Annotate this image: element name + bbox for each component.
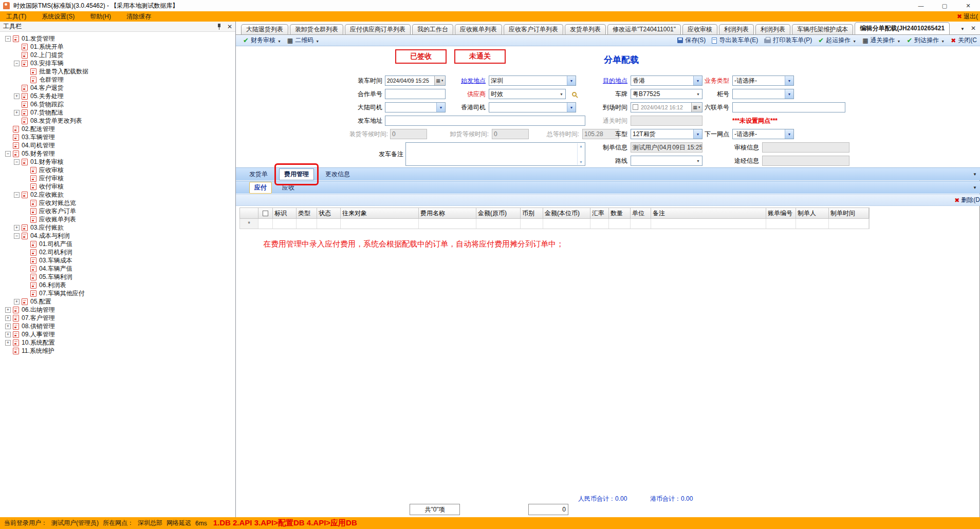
column-header[interactable]: 币别 — [521, 208, 543, 218]
expand-toggle-icon[interactable]: + — [5, 340, 11, 346]
origin-link[interactable]: 始发地点 — [449, 75, 486, 86]
tree-item[interactable]: +07.货物配送 — [0, 108, 235, 117]
combo-arrow-button[interactable] — [558, 89, 565, 99]
tree-item[interactable]: 应收客户订单 — [0, 207, 235, 215]
tree-item[interactable]: 应收对账总览 — [0, 199, 235, 207]
tree-item[interactable]: −03.安排车辆 — [0, 59, 235, 67]
column-header[interactable]: 费用名称 — [419, 208, 476, 218]
tree-item[interactable]: 11.系统维护 — [0, 347, 235, 355]
tree-item[interactable]: 06.利润表 — [0, 281, 235, 289]
destination-combo[interactable]: 香港 — [631, 75, 702, 86]
mainland-driver-combo[interactable] — [385, 102, 446, 112]
qrcode-button[interactable]: 二维码 — [284, 35, 322, 46]
top-tab[interactable]: 应付供应商订单列表 — [345, 24, 411, 34]
route-combo[interactable] — [631, 156, 702, 166]
container-no-combo[interactable] — [732, 89, 794, 99]
calendar-button[interactable] — [434, 76, 445, 85]
collapse-toggle-icon[interactable]: − — [14, 192, 20, 198]
column-header[interactable]: 制单时间 — [829, 208, 869, 218]
print-loading-sheet-button[interactable]: 打印装车单(P) — [761, 35, 815, 46]
customs-operation-button[interactable]: 通关操作 — [859, 35, 903, 46]
column-header[interactable]: 汇率 — [590, 208, 609, 218]
collapse-toggle-icon[interactable]: − — [14, 159, 20, 165]
expand-toggle-icon[interactable]: + — [5, 332, 11, 337]
pin-icon[interactable] — [217, 23, 222, 30]
top-tab[interactable]: 应收账单列表 — [455, 24, 502, 34]
tree-item[interactable]: 04.司机管理 — [0, 141, 235, 149]
tree-item[interactable]: 02.司机利润 — [0, 248, 235, 256]
maximize-button[interactable]: ▢ — [933, 0, 956, 11]
tree-item[interactable]: −01.财务审核 — [0, 158, 235, 166]
next-site-combo[interactable]: -请选择- — [732, 129, 794, 139]
top-tab[interactable]: 编辑分单配载(JH24010265421 — [855, 22, 950, 34]
minimize-button[interactable]: — — [909, 0, 933, 11]
tree-item[interactable]: 04.车辆产值 — [0, 264, 235, 273]
partner-no-input[interactable] — [385, 89, 446, 99]
finance-audit-button[interactable]: 财务审核 — [240, 35, 284, 46]
top-tab[interactable]: 利润列表 — [719, 24, 754, 34]
top-tab[interactable]: 修改运单"T240411001" — [607, 24, 681, 34]
tabs-close-icon[interactable] — [971, 25, 976, 32]
column-header[interactable]: 金额(本位币) — [543, 208, 590, 218]
tree-item[interactable]: +10.系统配置 — [0, 338, 235, 347]
top-tab[interactable]: 大陆退货列表 — [241, 24, 288, 34]
tree-item[interactable]: +05.配置 — [0, 297, 235, 306]
tree-item[interactable]: 05.车辆利润 — [0, 273, 235, 281]
tree-item[interactable]: 01.司机产值 — [0, 240, 235, 248]
top-tab[interactable]: 发货单列表 — [565, 24, 606, 34]
tree-item[interactable]: 02.配送管理 — [0, 125, 235, 133]
close-tab-button[interactable]: 关闭(C — [948, 35, 980, 46]
tree-item[interactable]: 06.货物跟踪 — [0, 100, 235, 108]
combo-arrow-button[interactable] — [436, 103, 445, 112]
menu-help[interactable]: 帮助(H) — [90, 12, 111, 21]
depart-remark-textarea[interactable]: ▲▼ — [405, 142, 585, 166]
tree-item[interactable]: 仓群管理 — [0, 75, 235, 84]
delete-button[interactable]: 删除(D — [951, 195, 980, 205]
column-header[interactable]: 标识 — [273, 208, 297, 218]
arrive-time-checkbox[interactable] — [633, 104, 638, 110]
tree-item[interactable]: +05.关务处理 — [0, 92, 235, 100]
depart-address-input[interactable] — [385, 116, 585, 126]
export-loading-sheet-button[interactable]: 导出装车单(E) — [709, 35, 761, 46]
tree-item[interactable]: 04.客户退货 — [0, 84, 235, 92]
tree-item[interactable]: −02.应收账款 — [0, 191, 235, 199]
menu-system-settings[interactable]: 系统设置(S) — [42, 12, 75, 21]
page-value-input[interactable]: 0 — [528, 504, 568, 515]
column-header[interactable]: 往来对象 — [341, 208, 419, 218]
menu-clear-cache[interactable]: 清除缓存 — [126, 12, 151, 21]
combo-arrow-button[interactable] — [567, 103, 576, 112]
supplier-combo[interactable]: 时效 — [489, 89, 566, 99]
column-header[interactable]: 备注 — [651, 208, 766, 218]
strip-chevron-icon[interactable]: ▼ — [973, 172, 977, 177]
top-tab[interactable]: 我的工作台 — [412, 24, 453, 34]
sidebar-close-icon[interactable] — [227, 23, 232, 30]
tree-item[interactable]: +08.供销管理 — [0, 322, 235, 330]
supplier-search-button[interactable] — [569, 89, 579, 99]
tree-item[interactable]: 01.系统开单 — [0, 43, 235, 51]
collapse-toggle-icon[interactable]: − — [5, 36, 11, 42]
plate-combo[interactable]: 粤B77525 — [631, 89, 702, 99]
tree-item[interactable]: 02.上门提货 — [0, 51, 235, 59]
collapse-toggle-icon[interactable]: − — [5, 151, 11, 157]
tree-item[interactable]: 03.车辆管理 — [0, 133, 235, 141]
detail-tab-2[interactable]: 更改信息 — [325, 170, 350, 179]
tree-item[interactable]: −04.成本与利润 — [0, 232, 235, 240]
strip-chevron-icon[interactable]: ▼ — [973, 185, 977, 190]
close-button[interactable]: ✕ — [956, 0, 980, 11]
expand-toggle-icon[interactable]: + — [5, 324, 11, 329]
collapse-toggle-icon[interactable]: − — [14, 233, 20, 239]
combo-arrow-button[interactable] — [785, 76, 793, 85]
tree-item[interactable]: 批量导入配载数据 — [0, 67, 235, 75]
detail-tab-0[interactable]: 发货单 — [249, 170, 268, 179]
tree-item[interactable]: 应收账单列表 — [0, 215, 235, 223]
vehicle-type-combo[interactable]: 12T厢货 — [631, 129, 702, 139]
combo-arrow-button[interactable] — [785, 129, 793, 139]
column-header[interactable]: 单位 — [631, 208, 651, 218]
tree-item[interactable]: 收付审核 — [0, 182, 235, 191]
column-header[interactable]: 状态 — [317, 208, 341, 218]
combo-arrow-button[interactable] — [694, 156, 702, 165]
expand-toggle-icon[interactable]: + — [5, 307, 11, 313]
select-all-column-header[interactable] — [258, 208, 273, 218]
detail-tab-1[interactable]: 费用管理 — [279, 168, 314, 180]
load-time-field[interactable]: 2024/04/09 15:25 — [385, 75, 446, 86]
